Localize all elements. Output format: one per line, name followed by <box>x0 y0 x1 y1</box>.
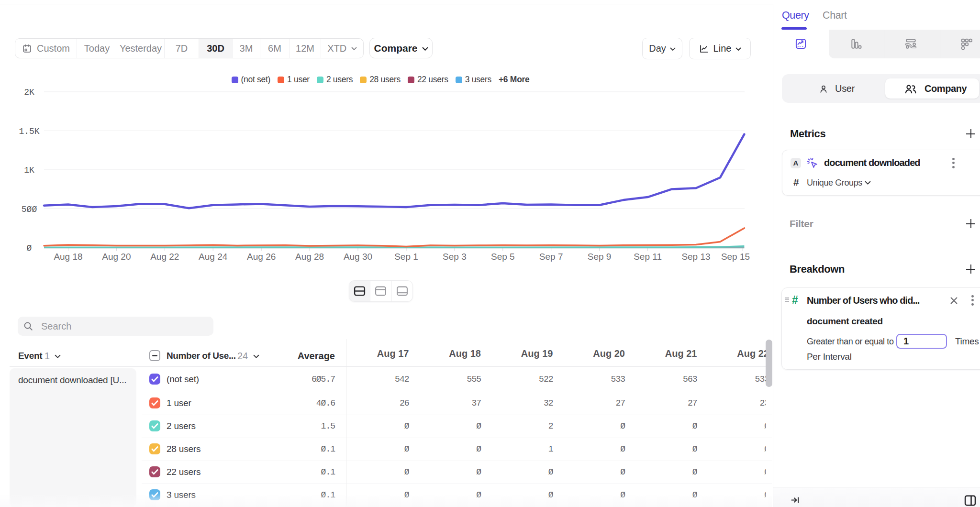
svg-text:Aug 28: Aug 28 <box>295 252 324 262</box>
svg-text:Sep 1: Sep 1 <box>394 252 418 262</box>
svg-text:Sep 11: Sep 11 <box>634 252 662 262</box>
svg-text:Sep 3: Sep 3 <box>443 252 467 262</box>
svg-text:2K: 2K <box>24 88 34 97</box>
svg-text:Aug 24: Aug 24 <box>199 252 228 262</box>
svg-text:1.5K: 1.5K <box>19 127 39 136</box>
svg-text:Aug 26: Aug 26 <box>247 252 276 262</box>
svg-text:1K: 1K <box>24 165 34 175</box>
svg-text:Aug 18: Aug 18 <box>54 252 82 262</box>
svg-text:Sep 9: Sep 9 <box>588 252 612 262</box>
svg-text:Aug 22: Aug 22 <box>150 252 179 262</box>
svg-text:Aug 30: Aug 30 <box>344 252 372 262</box>
svg-text:Sep 15: Sep 15 <box>721 252 750 262</box>
svg-text:Ø: Ø <box>27 243 32 253</box>
svg-text:Sep 5: Sep 5 <box>491 252 515 262</box>
svg-text:Sep 7: Sep 7 <box>539 252 563 262</box>
svg-text:Sep 13: Sep 13 <box>681 252 710 262</box>
svg-text:Aug 20: Aug 20 <box>102 252 131 262</box>
svg-text:5ØØ: 5ØØ <box>22 205 37 214</box>
